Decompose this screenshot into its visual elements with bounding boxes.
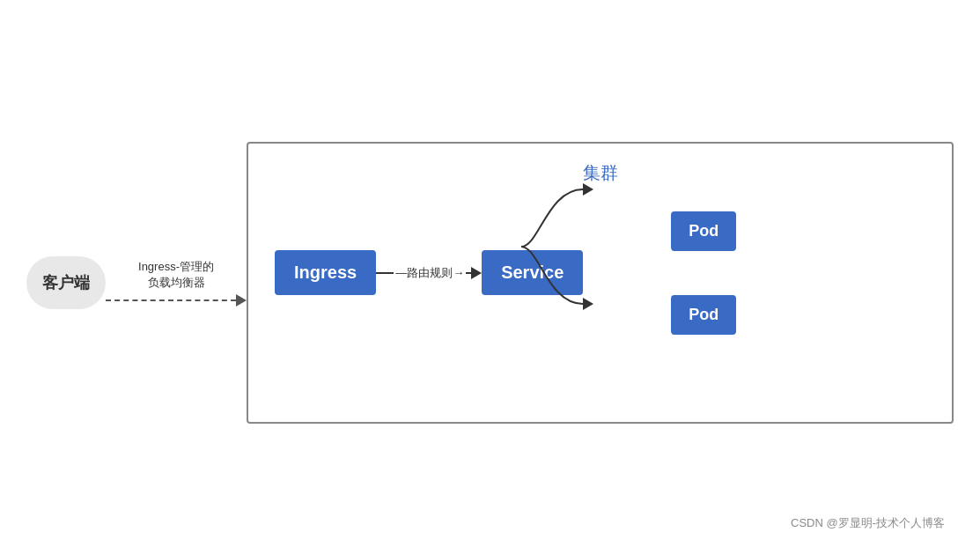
pods-area: Pod Pod bbox=[592, 211, 736, 335]
ingress-box: Ingress bbox=[275, 250, 376, 295]
pod1-box: Pod bbox=[671, 211, 736, 251]
arrow-top-head bbox=[583, 183, 593, 196]
dashed-arrow-head bbox=[236, 294, 247, 307]
pod2-box: Pod bbox=[671, 295, 736, 335]
dashed-line bbox=[106, 299, 236, 301]
footer: CSDN @罗显明-技术个人博客 bbox=[791, 515, 945, 531]
dashed-arrow-area: Ingress-管理的 负载均衡器 bbox=[106, 259, 247, 307]
curved-arrows-svg bbox=[521, 163, 609, 330]
cluster-inner: Ingress —路由规则→ Service bbox=[275, 211, 925, 335]
client-label: 客户端 bbox=[42, 272, 90, 293]
arrow-bottom-head bbox=[583, 298, 593, 310]
pod-boxes: Pod Pod bbox=[671, 211, 736, 335]
arrow-label-top: Ingress-管理的 负载均衡器 bbox=[138, 259, 214, 291]
cluster-box: 集群 Ingress —路由规则→ Service bbox=[247, 142, 954, 424]
solid-arrow-head bbox=[471, 267, 482, 279]
route-label: —路由规则→ bbox=[395, 265, 464, 281]
client-node: 客户端 bbox=[26, 256, 106, 309]
solid-arrow-ingress-service: —路由规则→ bbox=[376, 265, 482, 281]
dashed-arrow-line bbox=[106, 294, 247, 307]
footer-text: CSDN @罗显明-技术个人博客 bbox=[791, 516, 945, 529]
solid-line-left bbox=[376, 272, 394, 274]
diagram-container: 客户端 Ingress-管理的 负载均衡器 集群 Ingress —路由规则→ bbox=[26, 70, 954, 494]
